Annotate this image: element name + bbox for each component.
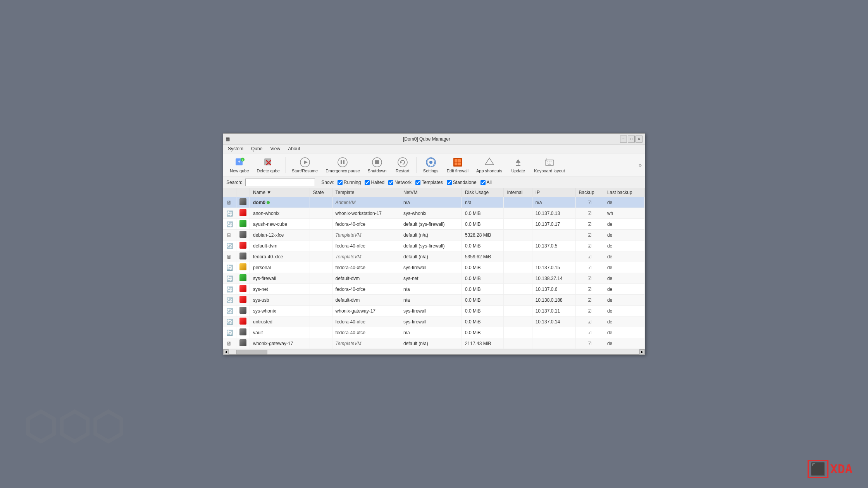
row-internal — [504, 284, 532, 295]
row-vm-icon — [236, 251, 250, 262]
row-name: vault — [250, 327, 310, 338]
table-row[interactable]: 🔄ayush-new-cubefedora-40-xfcedefault (sy… — [223, 219, 645, 230]
edit-firewall-button[interactable]: Edit firewall — [443, 155, 472, 175]
filter-halted[interactable]: Halted — [365, 180, 384, 185]
row-template: whonix-workstation-17 — [332, 208, 400, 219]
row-ip — [532, 327, 575, 338]
row-template: TemplateVM — [332, 338, 400, 349]
row-ip: 10.137.0.14 — [532, 316, 575, 327]
filter-standalone[interactable]: Standalone — [447, 180, 477, 185]
table-row[interactable]: 🔄sys-netfedora-40-xfcen/a0.0 MiB10.137.0… — [223, 284, 645, 295]
scroll-thumb[interactable] — [236, 350, 267, 354]
horizontal-scrollbar[interactable]: ◀ ▶ — [223, 349, 645, 354]
table-row[interactable]: 🔄personalfedora-40-xfcesys-firewall0.0 M… — [223, 262, 645, 273]
restart-button[interactable]: Restart — [391, 155, 414, 175]
col-name[interactable]: Name ▼ — [250, 188, 310, 197]
row-lastbackup: de — [604, 327, 644, 338]
table-row[interactable]: 🖥debian-12-xfceTemplateVMdefault (n/a)53… — [223, 230, 645, 241]
keyboard-layout-button[interactable]: | Keyboard layout — [530, 155, 568, 175]
table-row[interactable]: 🖥fedora-40-xfceTemplateVMdefault (n/a)53… — [223, 251, 645, 262]
maximize-button[interactable]: □ — [628, 136, 635, 143]
menu-qube[interactable]: Qube — [248, 145, 265, 152]
row-state — [310, 219, 332, 230]
table-row[interactable]: 🔄untrustedfedora-40-xfcesys-firewall0.0 … — [223, 316, 645, 327]
row-vm-icon — [236, 295, 250, 306]
window-menu-button[interactable]: ▤ — [226, 136, 233, 142]
scroll-right[interactable]: ▶ — [639, 349, 645, 355]
col-ip[interactable]: IP — [532, 188, 575, 197]
row-netvm: sys-net — [400, 273, 462, 284]
update-button[interactable]: Update — [506, 155, 530, 175]
col-disk[interactable]: Disk Usage — [462, 188, 503, 197]
row-name: sys-firewall — [250, 273, 310, 284]
scroll-left[interactable]: ◀ — [223, 349, 229, 355]
keyboard-layout-label: Keyboard layout — [534, 168, 565, 173]
row-backup: ☑ — [575, 338, 604, 349]
svg-point-16 — [429, 161, 432, 164]
svg-text:+: + — [241, 158, 243, 162]
start-resume-button[interactable]: Start/Resume — [288, 155, 321, 175]
row-state — [310, 295, 332, 306]
filter-templates[interactable]: Templates — [415, 180, 443, 185]
col-netvm[interactable]: NetVM — [400, 188, 462, 197]
menu-system[interactable]: System — [225, 145, 246, 152]
col-backup[interactable]: Backup — [575, 188, 604, 197]
row-status-icon: 🔄 — [223, 295, 236, 306]
row-ip: 10.137.0.15 — [532, 262, 575, 273]
table-row[interactable]: 🔄default-dvmfedora-40-xfcedefault (sys-f… — [223, 241, 645, 251]
emergency-pause-button[interactable]: Emergency pause — [322, 155, 363, 175]
row-state — [310, 316, 332, 327]
row-status-icon: 🖥 — [223, 251, 236, 262]
scroll-track[interactable] — [229, 349, 639, 354]
row-backup: ☑ — [575, 316, 604, 327]
row-disk: 0.0 MiB — [462, 241, 503, 251]
table-row[interactable]: 🔄anon-whonixwhonix-workstation-17sys-who… — [223, 208, 645, 219]
toolbar-more[interactable]: » — [639, 162, 642, 168]
row-ip: 10.137.0.17 — [532, 219, 575, 230]
col-icon1[interactable] — [223, 188, 236, 197]
menu-about[interactable]: About — [285, 145, 303, 152]
delete-qube-button[interactable]: Delete qube — [253, 155, 283, 175]
table-row[interactable]: 🔄vaultfedora-40-xfcen/a0.0 MiB☑de — [223, 327, 645, 338]
app-shortcuts-button[interactable]: App shortcuts — [473, 155, 506, 175]
col-state[interactable]: State — [310, 188, 332, 197]
row-template: default-dvm — [332, 295, 400, 306]
row-internal — [504, 338, 532, 349]
filter-running[interactable]: Running — [338, 180, 361, 185]
row-state — [310, 262, 332, 273]
filter-all[interactable]: All — [480, 180, 492, 185]
table-row[interactable]: 🔄sys-firewalldefault-dvmsys-net0.0 MiB10… — [223, 273, 645, 284]
search-input[interactable] — [245, 179, 315, 186]
table-row[interactable]: 🔄sys-usbdefault-dvmn/a0.0 MiB10.138.0.18… — [223, 295, 645, 306]
row-ip: 10.137.0.13 — [532, 208, 575, 219]
row-backup: ☑ — [575, 295, 604, 306]
row-state — [310, 273, 332, 284]
table-row[interactable]: 🖥whonix-gateway-17TemplateVMdefault (n/a… — [223, 338, 645, 349]
col-icon2[interactable] — [236, 188, 250, 197]
svg-point-9 — [338, 158, 347, 167]
row-netvm: sys-whonix — [400, 208, 462, 219]
settings-button[interactable]: Settings — [419, 155, 443, 175]
table-container: Name ▼ State Template NetVM Disk Usage I… — [223, 188, 645, 349]
minimize-button[interactable]: − — [620, 136, 627, 143]
table-row[interactable]: 🖥dom0 AdminVMn/an/an/a☑de — [223, 197, 645, 208]
update-label: Update — [512, 168, 525, 173]
window-title: [Dom0] Qube Manager — [403, 136, 450, 142]
update-icon — [513, 157, 524, 168]
close-button[interactable]: × — [636, 136, 642, 143]
row-ip: 10.137.0.6 — [532, 284, 575, 295]
row-internal — [504, 273, 532, 284]
window-controls: − □ × — [620, 136, 642, 143]
col-internal[interactable]: Internal — [504, 188, 532, 197]
row-lastbackup: de — [604, 338, 644, 349]
row-status-icon: 🔄 — [223, 219, 236, 230]
row-status-icon: 🔄 — [223, 208, 236, 219]
new-qube-button[interactable]: + + New qube — [226, 155, 253, 175]
row-lastbackup: de — [604, 230, 644, 241]
col-template[interactable]: Template — [332, 188, 400, 197]
table-row[interactable]: 🔄sys-whonixwhonix-gateway-17sys-firewall… — [223, 306, 645, 316]
col-lastbackup[interactable]: Last backup — [604, 188, 644, 197]
filter-network[interactable]: Network — [388, 180, 412, 185]
menu-view[interactable]: View — [267, 145, 283, 152]
shutdown-button[interactable]: Shutdown — [364, 155, 390, 175]
